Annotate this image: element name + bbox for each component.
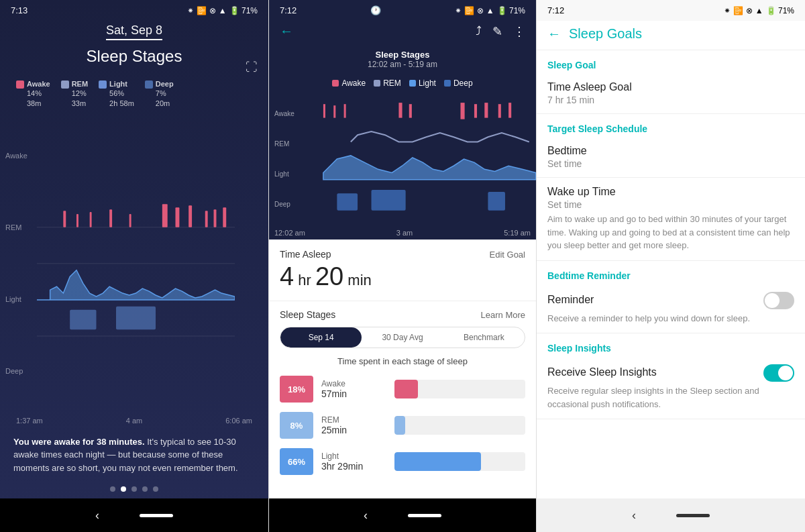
expand-icon[interactable]: ⛶ <box>246 60 258 74</box>
x-label-mid: 3 am <box>396 229 413 237</box>
p3-back-nav[interactable]: ‹ <box>632 509 636 523</box>
cl-deep-label: Deep <box>453 78 473 88</box>
dot-3[interactable] <box>131 486 137 492</box>
p2-time: 7:12 <box>280 5 297 15</box>
p2-back-button[interactable]: ← <box>280 23 293 39</box>
panel1-title: Sleep Stages <box>11 47 258 66</box>
reminder-item: Reminder Receive a reminder to help you … <box>537 284 805 334</box>
svg-rect-24 <box>484 103 488 118</box>
chart-time-range: 12:02 am - 5:19 am <box>290 60 515 69</box>
p3-home-button[interactable] <box>676 514 710 517</box>
sleep-goal-header: Sleep Goal <box>537 50 805 73</box>
p3-status-bar: 7:12 ⁕ 📴 ⊗ ▲ 🔋 71% <box>537 0 805 21</box>
p3-back-button[interactable]: ← <box>547 26 561 42</box>
p2-wifi: ▲ <box>486 6 494 15</box>
hr-unit: hr <box>294 272 315 288</box>
light-pct-box: 66% <box>280 448 313 475</box>
p3-wifi: ▲ <box>755 6 763 15</box>
time-1: 7:13 <box>11 5 28 15</box>
label-rem: REM <box>5 223 28 231</box>
reminder-desc: Receive a reminder to help you wind down… <box>547 312 794 325</box>
tab-benchmark[interactable]: Benchmark <box>443 327 525 348</box>
svg-rect-11 <box>189 205 192 227</box>
bedtime-value: Set time <box>547 158 794 169</box>
insights-desc: Receive regular sleep insights in the Sl… <box>547 384 794 411</box>
more-icon[interactable]: ⋮ <box>513 24 525 39</box>
dot-4[interactable] <box>142 486 148 492</box>
chart-y-labels: Awake REM Light Deep <box>5 113 28 414</box>
dot-5[interactable] <box>153 486 158 492</box>
p3-battery: 🔋 71% <box>766 6 794 15</box>
insights-toggle[interactable] <box>763 364 794 382</box>
home-button-1[interactable] <box>140 514 173 517</box>
status-icons-1: ⁕ 📴 ⊗ ▲ 🔋 71% <box>187 6 258 15</box>
battery-icon: 🔋 71% <box>229 6 258 15</box>
p2-back-nav[interactable]: ‹ <box>364 509 368 523</box>
svg-rect-29 <box>488 192 505 211</box>
panel1-date: Sat, Sep 8 <box>106 23 162 40</box>
rem-info: REM 25min <box>321 415 386 435</box>
p2-dnd: ⊗ <box>477 6 484 15</box>
light-info: Light 3hr 29min <box>321 451 386 472</box>
main-sleep-chart: Awake REM Light Deep <box>269 92 536 226</box>
cyl-deep: Deep <box>274 201 294 208</box>
bedtime-item[interactable]: Bedtime Set time <box>537 137 805 178</box>
main-chart-svg <box>269 92 536 226</box>
sleep-stages-label: Sleep Stages <box>280 309 335 320</box>
rem-bar-fill <box>394 416 405 435</box>
p3-status-icons: ⁕ 📴 ⊗ ▲ 🔋 71% <box>724 6 794 15</box>
cl-light: Light <box>409 78 436 88</box>
reminder-toggle[interactable] <box>763 292 794 309</box>
svg-rect-22 <box>460 103 464 119</box>
panel1-header: Sat, Sep 8 Sleep Stages <box>0 21 268 74</box>
wakeup-item[interactable]: Wake up Time Set time Aim to wake up and… <box>537 178 805 261</box>
edit-icon[interactable]: ✎ <box>492 24 502 39</box>
edit-goal-button[interactable]: Edit Goal <box>490 250 525 260</box>
cl-rem-dot <box>374 80 380 87</box>
wifi-icon: ▲ <box>219 6 227 15</box>
p2-home-button[interactable] <box>408 514 441 517</box>
time-end: 6:06 am <box>225 417 252 425</box>
hours-value: 4 <box>280 262 294 290</box>
insight-bold: You were awake for 38 minutes. <box>13 437 145 447</box>
tab-30day[interactable]: 30 Day Avg <box>362 327 443 348</box>
svg-rect-25 <box>498 104 501 117</box>
legend-rem: REM12%33m <box>61 79 88 108</box>
back-button-1[interactable]: ‹ <box>95 509 99 523</box>
x-label-end: 5:19 am <box>504 229 531 237</box>
learn-more-button[interactable]: Learn More <box>481 310 525 320</box>
svg-rect-8 <box>129 214 131 227</box>
p3-bluetooth: ⁕ <box>724 6 731 15</box>
legend-light: Light56%2h 58m <box>99 79 134 108</box>
insights-title: Receive Sleep Insights <box>547 366 657 378</box>
rem-dot <box>61 81 69 89</box>
tab-sep14[interactable]: Sep 14 <box>280 327 362 348</box>
p3-dnd: ⊗ <box>746 6 753 15</box>
awake-bar-container <box>394 380 525 398</box>
wakeup-value: Set time <box>547 199 794 210</box>
time-start: 1:37 am <box>16 417 43 425</box>
bluetooth-icon: ⁕ <box>187 6 194 15</box>
svg-rect-21 <box>409 104 412 117</box>
awake-info: Awake 57min <box>321 379 386 399</box>
target-schedule-header: Target Sleep Schedule <box>537 114 805 137</box>
rem-bar-container <box>394 416 525 435</box>
share-icon[interactable]: ⤴ <box>476 24 482 39</box>
cl-rem-label: REM <box>383 78 401 88</box>
svg-rect-17 <box>323 104 325 117</box>
sleep-tabs: Sep 14 30 Day Avg Benchmark <box>280 327 525 348</box>
dnd-icon: ⊗ <box>209 6 216 15</box>
light-dot <box>99 81 107 89</box>
dot-2[interactable] <box>121 486 126 492</box>
awake-stage-name: Awake <box>321 379 386 388</box>
p2-content: Time Asleep Edit Goal 4 hr 20 min Sleep … <box>269 240 536 498</box>
label-deep: Deep <box>5 367 28 375</box>
panel-friday-sleep: 7:12 🕐 ⁕ 📴 ⊗ ▲ 🔋 71% ← ⤴ ✎ ⋮ Sleep Stage… <box>268 0 537 532</box>
chart-title: Sleep Stages <box>290 50 515 60</box>
time-asleep-label: Time Asleep <box>280 249 331 260</box>
time-asleep-row: Time Asleep Edit Goal <box>280 249 525 260</box>
dot-1[interactable] <box>110 486 115 492</box>
rem-stage-name: REM <box>321 415 386 425</box>
stage-row-rem: 8% REM 25min <box>280 412 525 439</box>
time-asleep-goal-item[interactable]: Time Asleep Goal 7 hr 15 min <box>537 73 805 114</box>
